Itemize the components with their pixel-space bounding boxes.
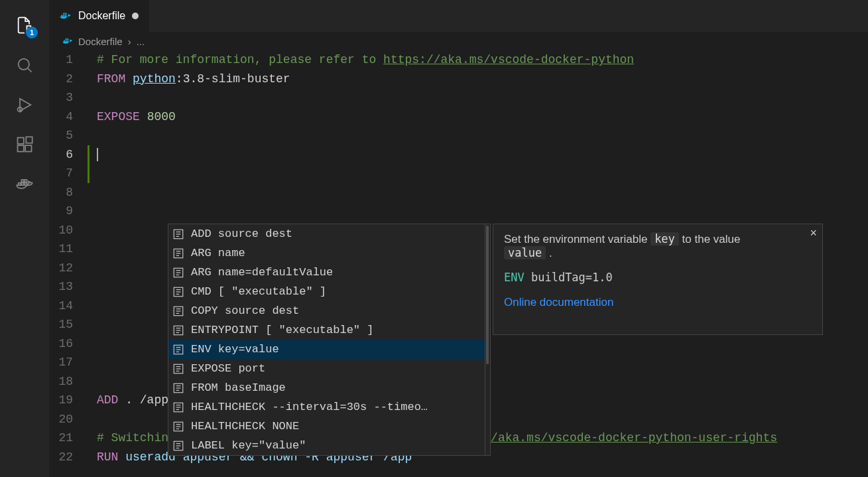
line-number: 13 (49, 277, 89, 297)
docker-file-icon (60, 10, 72, 22)
suggestion-example: ENV buildTag=1.0 (504, 271, 812, 284)
extensions-icon[interactable] (9, 125, 40, 165)
svg-point-0 (19, 59, 29, 70)
line-number: 11 (49, 239, 89, 259)
svg-rect-21 (66, 38, 67, 40)
line-number: 2 (49, 70, 89, 89)
explorer-badge: 1 (26, 27, 38, 38)
svg-rect-4 (18, 138, 24, 144)
suggestion-item[interactable]: FROM baseImage (168, 378, 490, 397)
suggestion-item[interactable]: ADD source dest (168, 224, 490, 243)
suggestion-item[interactable]: LABEL key="value" (168, 436, 490, 455)
suggestion-label: COPY source dest (191, 305, 299, 317)
line-number: 10 (49, 221, 89, 240)
suggestion-label: HEALTHCHECK NONE (191, 420, 299, 433)
line-number: 12 (49, 259, 89, 278)
svg-rect-19 (66, 40, 67, 42)
line-number: 6 (49, 145, 89, 165)
editor-area: Dockerfile Dockerfile › ... 1# For more … (49, 0, 868, 477)
snippet-icon (172, 286, 184, 298)
run-debug-icon[interactable] (9, 85, 40, 125)
snippet-icon (172, 228, 184, 240)
line-number: 20 (49, 410, 89, 429)
suggestion-item[interactable]: ARG name=defaultValue (168, 263, 490, 282)
snippet-icon (172, 440, 184, 452)
suggestion-label: LABEL key="value" (191, 439, 306, 452)
search-icon[interactable] (9, 45, 40, 85)
snippet-icon (172, 421, 184, 433)
line-number: 19 (49, 391, 89, 410)
tab-dockerfile[interactable]: Dockerfile (49, 0, 149, 32)
suggestion-label: CMD [ "executable" ] (191, 285, 326, 298)
snippet-icon (172, 363, 184, 375)
breadcrumb-file: Dockerfile (78, 36, 123, 47)
text-cursor (97, 148, 98, 161)
suggestion-item[interactable]: ARG name (168, 243, 490, 263)
svg-marker-2 (20, 99, 31, 111)
breadcrumb-rest: ... (137, 36, 145, 47)
svg-rect-14 (63, 15, 64, 17)
suggestion-item[interactable]: COPY source dest (168, 301, 490, 320)
suggestion-label: HEALTHCHECK --interval=30s --timeo… (191, 401, 428, 413)
suggestion-item[interactable]: HEALTHCHECK NONE (168, 417, 490, 436)
svg-rect-7 (26, 137, 32, 143)
line-number: 14 (49, 297, 89, 316)
svg-rect-16 (63, 13, 64, 15)
suggestion-item[interactable]: ENV key=value (168, 340, 490, 359)
line-number: 21 (49, 429, 89, 448)
dirty-indicator-icon (132, 13, 139, 19)
svg-rect-13 (61, 15, 62, 17)
svg-rect-20 (67, 40, 68, 42)
suggestion-details: × Set the environment variable key to th… (493, 224, 823, 335)
snippet-icon (172, 324, 184, 336)
line-number: 4 (49, 107, 89, 127)
svg-rect-11 (21, 180, 24, 182)
breadcrumb[interactable]: Dockerfile › ... (49, 32, 868, 50)
svg-rect-12 (25, 180, 27, 182)
tab-title: Dockerfile (78, 10, 125, 22)
svg-rect-15 (65, 15, 66, 17)
explorer-icon[interactable]: 1 (9, 5, 40, 45)
line-number: 7 (49, 164, 89, 183)
svg-rect-5 (18, 145, 24, 151)
suggestion-item[interactable]: CMD [ "executable" ] (168, 282, 490, 301)
svg-line-1 (28, 68, 31, 72)
online-documentation-link[interactable]: Online documentation (504, 296, 812, 309)
svg-rect-18 (64, 40, 65, 42)
line-number: 17 (49, 353, 89, 372)
suggestion-label: ENTRYPOINT [ "executable" ] (191, 324, 373, 336)
line-number: 18 (49, 372, 89, 391)
docker-file-icon (62, 36, 73, 46)
line-number: 16 (49, 334, 89, 354)
suggestion-label: ADD source dest (191, 228, 292, 240)
suggestion-item[interactable]: ENTRYPOINT [ "executable" ] (168, 320, 490, 340)
suggestion-label: ARG name=defaultValue (191, 266, 333, 279)
line-number: 8 (49, 183, 89, 202)
snippet-icon (172, 401, 184, 413)
suggestion-widget: ADD source destARG nameARG name=defaultV… (168, 224, 491, 456)
line-number: 1 (49, 50, 89, 70)
snippet-icon (172, 305, 184, 317)
line-number: 3 (49, 88, 89, 107)
line-number: 9 (49, 202, 89, 221)
breadcrumb-sep: › (128, 36, 131, 47)
docker-icon[interactable] (9, 165, 40, 204)
activity-bar: 1 (0, 0, 49, 477)
svg-rect-17 (65, 13, 66, 15)
line-number: 22 (49, 448, 89, 467)
svg-rect-6 (25, 145, 31, 151)
suggestion-item[interactable]: EXPOSE port (168, 359, 490, 378)
close-icon[interactable]: × (810, 227, 817, 239)
snippet-icon (172, 382, 184, 394)
suggestion-item[interactable]: HEALTHCHECK --interval=30s --timeo… (168, 397, 490, 417)
snippet-icon (172, 267, 184, 279)
suggestion-label: ENV key=value (191, 343, 279, 356)
line-number: 15 (49, 315, 89, 334)
suggestion-label: EXPOSE port (191, 362, 265, 375)
suggestion-label: FROM baseImage (191, 381, 286, 394)
svg-rect-22 (67, 38, 68, 40)
snippet-icon (172, 247, 184, 259)
snippet-icon (172, 344, 184, 356)
suggestion-description: Set the environment variable key to the … (504, 232, 812, 260)
suggestion-scrollbar[interactable] (486, 226, 489, 364)
